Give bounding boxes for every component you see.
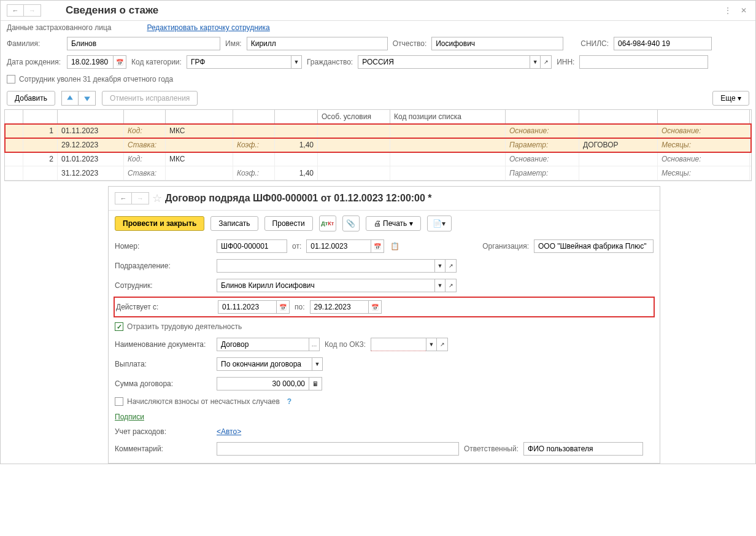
org-input[interactable] (534, 239, 654, 253)
citizenship-dropdown-icon[interactable]: ▼ (530, 55, 541, 69)
employee-dropdown-icon[interactable]: ▼ (434, 279, 446, 292)
col-special: Особ. условия (318, 110, 390, 123)
comment-label: Комментарий: (115, 445, 212, 453)
post-and-close-button[interactable]: Провести и закрыть (115, 216, 204, 231)
org-label: Организация: (482, 242, 529, 251)
birthdate-input[interactable] (67, 55, 113, 69)
valid-to-picker[interactable]: 📅 (368, 300, 382, 314)
add-button[interactable]: Добавить (7, 91, 55, 106)
citizenship-label: Гражданство: (307, 58, 353, 66)
seniority-table: Особ. условия Код позиции списка 1 01.11… (4, 109, 752, 181)
responsible-label: Ответственный: (464, 445, 519, 453)
sum-label: Сумма договора: (115, 379, 212, 388)
dept-input[interactable] (217, 259, 434, 273)
patronymic-label: Отчество: (393, 39, 427, 48)
signatures-link[interactable]: Подписи (115, 413, 144, 421)
cancel-corrections-button[interactable]: Отменить исправления (102, 91, 198, 106)
main-title: Сведения о стаже (66, 4, 158, 17)
expense-label: Учет расходов: (115, 427, 212, 436)
surname-input[interactable] (67, 37, 220, 50)
category-dropdown-icon[interactable]: ▼ (291, 55, 302, 69)
table-row[interactable]: 29.12.2023 Ставка: Коэф.: 1,40 Параметр:… (5, 138, 751, 152)
okz-open-icon[interactable]: ↗ (437, 338, 448, 351)
from-label: от: (292, 242, 301, 251)
move-down-button[interactable] (79, 91, 96, 106)
expense-link[interactable]: <Авто> (217, 427, 241, 436)
help-icon[interactable]: ? (287, 397, 291, 406)
insured-subtitle: Данные застрахованного лица (7, 23, 111, 32)
surname-label: Фамилия: (7, 39, 62, 48)
from-date-input[interactable] (306, 239, 371, 253)
citizenship-open-icon[interactable]: ↗ (541, 55, 552, 69)
dept-open-icon[interactable]: ↗ (446, 259, 457, 273)
menu-icon[interactable]: ⋮ (722, 5, 733, 16)
payment-input[interactable] (217, 357, 312, 371)
valid-from-picker[interactable]: 📅 (276, 300, 290, 314)
favorite-star-icon[interactable]: ☆ (152, 192, 162, 205)
valid-to-label: по: (295, 303, 305, 311)
col-position: Код позиции списка (390, 110, 506, 123)
dismissed-checkbox[interactable] (7, 75, 15, 84)
category-label: Код категории: (131, 58, 182, 66)
reflect-checkbox[interactable] (115, 322, 123, 331)
from-date-picker[interactable]: 📅 (371, 239, 384, 253)
valid-from-label: Действует с: (116, 303, 213, 311)
docname-select-icon[interactable]: … (309, 338, 320, 351)
category-input[interactable] (187, 55, 291, 69)
payment-dropdown-icon[interactable]: ▼ (312, 357, 323, 371)
employee-input[interactable] (217, 279, 434, 292)
comment-input[interactable] (217, 442, 459, 456)
snils-label: СНИЛС: (580, 39, 609, 48)
sum-input[interactable] (217, 377, 309, 390)
contract-title: Договор подряда ШФ00-000001 от 01.12.002… (165, 193, 432, 204)
print-button[interactable]: 🖨 Печать ▾ (366, 216, 421, 231)
edit-card-link[interactable]: Редактировать карточку сотрудника (147, 23, 269, 32)
close-icon[interactable]: ✕ (738, 5, 749, 16)
okz-input[interactable] (371, 338, 426, 351)
contract-titlebar: ← → ☆ Договор подряда ШФ00-000001 от 01.… (109, 187, 660, 211)
docname-input[interactable] (217, 338, 309, 351)
birthdate-picker[interactable]: 📅 (113, 55, 126, 69)
citizenship-input[interactable] (358, 55, 530, 69)
dept-dropdown-icon[interactable]: ▼ (434, 259, 446, 273)
dept-label: Подразделение: (115, 262, 212, 270)
sub-nav-back[interactable]: ← (115, 192, 132, 204)
actions-icon[interactable]: 📄▾ (427, 216, 452, 231)
doc-status-icon[interactable]: 📋 (389, 241, 400, 252)
dtkt-icon[interactable]: ДтКт (319, 216, 336, 231)
name-input[interactable] (247, 37, 388, 50)
table-row[interactable]: 1 01.11.2023 Код: МКС Основание: Основан… (5, 124, 751, 138)
number-label: Номер: (115, 242, 212, 251)
sum-calc-icon[interactable]: 🖩 (309, 377, 322, 390)
post-button[interactable]: Провести (264, 216, 313, 231)
docname-label: Наименование документа: (115, 340, 212, 349)
payment-label: Выплата: (115, 360, 212, 368)
valid-from-input[interactable] (218, 300, 276, 314)
nav-forward[interactable]: → (24, 4, 41, 17)
table-row[interactable]: 2 01.01.2023 Код: МКС Основание: Основан… (5, 152, 751, 166)
number-input[interactable] (217, 239, 287, 253)
nav-back[interactable]: ← (7, 4, 24, 17)
move-up-button[interactable] (61, 91, 79, 106)
attach-icon[interactable]: 📎 (342, 216, 360, 231)
valid-to-input[interactable] (310, 300, 368, 314)
main-titlebar: ← → Сведения о стаже ⋮ ✕ (1, 1, 755, 21)
snils-input[interactable] (614, 37, 712, 50)
main-window: ← → Сведения о стаже ⋮ ✕ Данные застрахо… (0, 0, 756, 464)
contract-window: ← → ☆ Договор подряда ШФ00-000001 от 01.… (108, 186, 660, 464)
sub-nav-forward[interactable]: → (132, 192, 149, 204)
name-label: Имя: (225, 39, 242, 48)
more-button[interactable]: Еще ▾ (712, 91, 749, 106)
responsible-input[interactable] (523, 442, 643, 456)
okz-label: Код по ОКЗ: (325, 340, 366, 349)
accident-checkbox[interactable] (115, 397, 123, 406)
inn-label: ИНН: (557, 58, 574, 66)
employee-open-icon[interactable]: ↗ (446, 279, 457, 292)
save-button[interactable]: Записать (210, 216, 258, 231)
patronymic-input[interactable] (431, 37, 563, 50)
reflect-label: Отразить трудовую деятельность (127, 322, 242, 331)
dismissed-label: Сотрудник уволен 31 декабря отчетного го… (19, 75, 173, 84)
inn-input[interactable] (579, 55, 708, 69)
okz-dropdown-icon[interactable]: ▼ (426, 338, 437, 351)
table-row[interactable]: 31.12.2023 Ставка: Коэф.: 1,40 Параметр:… (5, 166, 751, 181)
